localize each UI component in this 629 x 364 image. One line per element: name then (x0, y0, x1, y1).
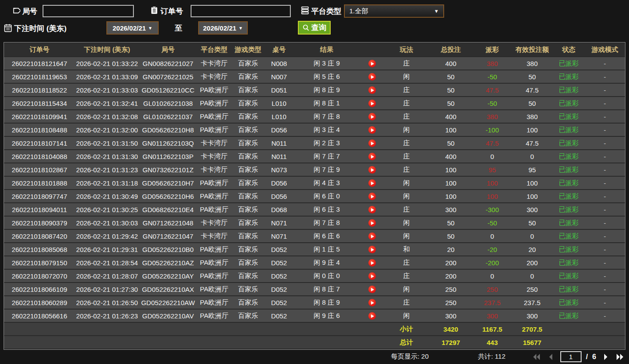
play-cell (360, 230, 384, 242)
column-header: 玩法 (384, 43, 429, 56)
play-cell (360, 217, 384, 229)
table-row: 260221018101888 2026-02-21 01:31:18 GD05… (4, 177, 625, 189)
platform-cell: PA欧洲厅 (197, 296, 231, 309)
order-no-label: 订单号 (160, 6, 183, 16)
subtotal-label: 小计 (384, 323, 429, 335)
play-icon[interactable] (368, 219, 376, 227)
payout-cell: -50 (473, 97, 512, 109)
platform-cell: PA欧洲厅 (197, 310, 231, 322)
payout-cell: 380 (473, 110, 512, 123)
table-no-cell: D052 (265, 310, 293, 322)
status-cell: 已派彩 (553, 177, 585, 189)
total-bet-cell: 400 (429, 110, 473, 123)
server-list-icon (301, 6, 309, 15)
prev-page-button[interactable] (546, 352, 556, 362)
total-bet-cell: 100 (429, 163, 473, 176)
column-header: 派彩 (473, 43, 512, 56)
game-type-cell: 百家乐 (231, 163, 265, 176)
date-from-picker[interactable]: 2026/02/21 ▼ (106, 21, 159, 35)
play-icon[interactable] (368, 86, 376, 94)
payout-cell: 0 (473, 270, 512, 282)
game-type-cell: 百家乐 (231, 296, 265, 309)
platform-cell: PA欧洲厅 (197, 84, 231, 96)
play-icon[interactable] (368, 126, 376, 134)
bet-time-cell: 2026-02-21 01:29:42 (75, 230, 139, 242)
play-icon[interactable] (368, 193, 376, 200)
table-no-cell: N071 (265, 217, 293, 229)
valid-bet-cell: 380 (512, 110, 553, 123)
play-icon[interactable] (368, 232, 376, 240)
table-no-cell: N011 (265, 150, 293, 163)
play-icon[interactable] (368, 113, 376, 120)
status-cell: 已派彩 (553, 97, 585, 109)
play-icon[interactable] (368, 166, 376, 174)
play-icon[interactable] (368, 100, 376, 107)
total-bet-cell: 50 (429, 97, 473, 109)
result-cell: 闲 6 庄 0 (293, 190, 360, 202)
date-to-picker[interactable]: 2026/02/21 ▼ (198, 21, 248, 35)
total-valid-bet: 15677 (512, 336, 553, 349)
order-no-input[interactable] (191, 5, 291, 17)
order-no-cell: 260221018094011 (4, 203, 75, 216)
play-icon[interactable] (368, 299, 376, 306)
game-type-cell: 百家乐 (231, 203, 265, 216)
total-label: 总计 (384, 336, 429, 349)
page-number-input[interactable] (560, 351, 582, 362)
valid-bet-cell: 47.5 (512, 137, 553, 149)
valid-bet-cell: 100 (512, 124, 553, 136)
result-cell: 闲 6 庄 6 (293, 230, 360, 242)
query-button[interactable]: 查询 (298, 21, 331, 35)
play-icon[interactable] (368, 139, 376, 147)
platform-cell: PA欧洲厅 (197, 110, 231, 123)
result-cell: 闲 7 庄 9 (293, 163, 360, 176)
play-icon[interactable] (368, 179, 376, 187)
play-icon[interactable] (368, 259, 376, 267)
payout-cell: -100 (473, 124, 512, 136)
bet-time-cell: 2026-02-21 01:33:22 (75, 57, 139, 70)
platform-type-select[interactable]: 1.全部 ▼ (344, 4, 444, 18)
game-no-label: 局号 (22, 6, 37, 16)
order-no-cell: 260221018085068 (4, 243, 75, 256)
play-icon[interactable] (368, 153, 376, 160)
play-icon[interactable] (368, 73, 376, 81)
platform-type-value: 1.全部 (349, 7, 368, 15)
table-row: 260221018087420 2026-02-21 01:29:42 GN07… (4, 230, 625, 242)
play-icon[interactable] (368, 60, 376, 67)
next-page-button[interactable] (601, 352, 610, 362)
bet-time-cell: 2026-02-21 01:32:00 (75, 124, 139, 136)
payout-cell: 95 (473, 163, 512, 176)
game-type-cell: 百家乐 (231, 70, 265, 83)
play-icon[interactable] (368, 246, 376, 253)
game-type-cell: 百家乐 (231, 137, 265, 149)
game-no-cell: GN07126221048 (139, 217, 197, 229)
order-no-cell: 260221018079150 (4, 256, 75, 269)
status-cell: 已派彩 (553, 110, 585, 123)
game-mode-cell: - (585, 97, 625, 109)
play-type-cell: 庄 (384, 296, 429, 309)
play-type-cell: 庄 (384, 110, 429, 123)
last-page-button[interactable] (615, 352, 625, 362)
payout-cell: -20 (473, 243, 512, 256)
play-icon[interactable] (368, 286, 376, 293)
order-no-cell: 260221018104088 (4, 150, 75, 163)
platform-cell: 卡卡湾厅 (197, 70, 231, 83)
play-icon[interactable] (368, 206, 376, 213)
play-cell (360, 243, 384, 256)
game-no-cell: GL01026221037 (139, 110, 197, 123)
game-no-cell: GD052262210AY (139, 270, 197, 282)
result-cell: 闲 8 庄 1 (293, 97, 360, 109)
table-no-cell: D052 (265, 256, 293, 269)
result-cell: 闲 1 庄 5 (293, 243, 360, 256)
search-icon (302, 24, 310, 31)
play-icon[interactable] (368, 272, 376, 280)
valid-bet-cell: 300 (512, 203, 553, 216)
status-cell: 已派彩 (553, 203, 585, 216)
table-row: 260221018119653 2026-02-21 01:33:09 GN00… (4, 70, 625, 83)
valid-bet-cell: 20 (512, 243, 553, 256)
bet-time-cell: 2026-02-21 01:33:09 (75, 70, 139, 83)
first-page-button[interactable] (532, 352, 542, 362)
game-no-input[interactable] (43, 5, 134, 17)
play-icon[interactable] (368, 312, 376, 320)
order-no-cell: 260221018115434 (4, 97, 75, 109)
total-bet-cell: 50 (429, 137, 473, 149)
